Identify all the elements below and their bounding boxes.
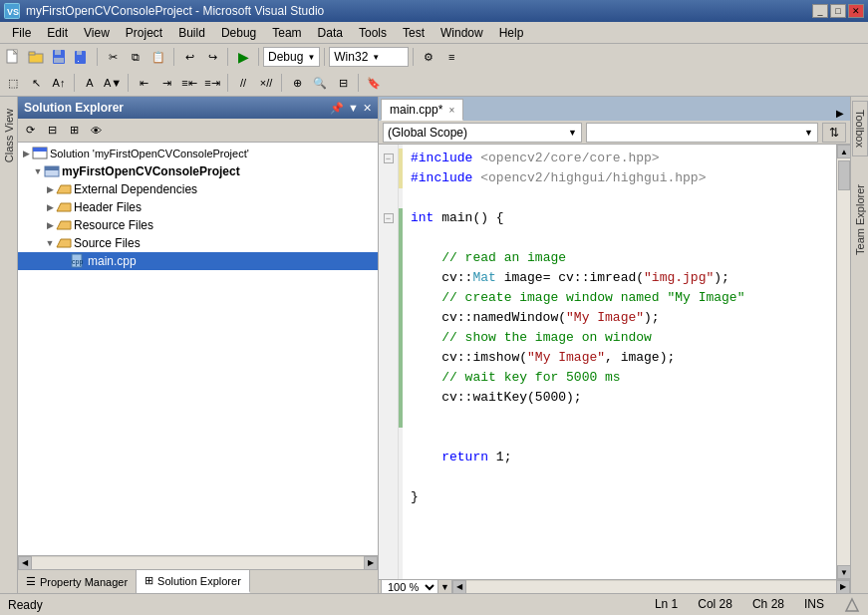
copy-button[interactable]: ⧉ bbox=[125, 46, 146, 68]
bookmark-btn[interactable]: 🔖 bbox=[363, 72, 385, 94]
debug-dropdown[interactable]: Debug ▼ bbox=[263, 47, 320, 67]
menu-project[interactable]: Project bbox=[118, 24, 170, 42]
source-files-node[interactable]: ▼ Source Files bbox=[18, 234, 378, 252]
start-button[interactable]: ▶ bbox=[232, 46, 254, 68]
h-scroll-right-editor[interactable]: ▶ bbox=[836, 580, 850, 594]
new-file-button[interactable] bbox=[2, 46, 24, 68]
svg-rect-5 bbox=[29, 52, 35, 55]
svg-rect-8 bbox=[54, 58, 64, 63]
editor-tab-scroll-right[interactable]: ▶ bbox=[832, 106, 848, 121]
open-button[interactable] bbox=[25, 46, 47, 68]
extra-btn-2[interactable]: ≡ bbox=[440, 46, 462, 68]
se-collapse-btn[interactable]: ⊟ bbox=[42, 121, 62, 141]
panel-dropdown-button[interactable]: ▼ bbox=[348, 102, 359, 114]
resource-files-node[interactable]: ▶ Resource Files bbox=[18, 216, 378, 234]
v-scroll-track[interactable] bbox=[837, 158, 850, 565]
menu-debug[interactable]: Debug bbox=[213, 24, 264, 42]
solution-node[interactable]: ▶ Solution 'myFirstOpenCVConsoleProject' bbox=[18, 145, 378, 162]
v-scroll-up[interactable]: ▲ bbox=[837, 145, 850, 158]
collapse-marker-2[interactable]: − bbox=[379, 208, 398, 228]
editor-tab-close-button[interactable]: × bbox=[448, 105, 454, 116]
main-cpp-node[interactable]: ▶ cpp main.cpp bbox=[18, 252, 378, 270]
menu-tools[interactable]: Tools bbox=[351, 24, 395, 42]
collapse-marker-1[interactable]: − bbox=[379, 149, 398, 168]
external-dependencies-node[interactable]: ▶ External Dependencies bbox=[18, 180, 378, 198]
h-scroll-right[interactable]: ▶ bbox=[364, 556, 378, 570]
save-all-button[interactable] bbox=[71, 46, 93, 68]
project-node[interactable]: ▼ myFirstOpenCVConsoleProject bbox=[18, 162, 378, 180]
v-scroll-thumb[interactable] bbox=[838, 160, 850, 190]
class-view-tab[interactable]: Class View bbox=[1, 101, 17, 170]
browse-btn3[interactable]: ⊟ bbox=[332, 72, 354, 94]
indent-decrease[interactable]: ⇤ bbox=[133, 72, 154, 94]
comment-add[interactable]: // bbox=[232, 72, 254, 94]
platform-dropdown-arrow: ▼ bbox=[372, 53, 380, 62]
team-explorer-tab[interactable]: Team Explorer bbox=[852, 176, 868, 263]
ext-dep-expand-icon[interactable]: ▶ bbox=[44, 183, 56, 195]
menu-file[interactable]: File bbox=[4, 24, 39, 42]
editor-h-scroll-track[interactable] bbox=[466, 581, 836, 593]
editor-tab-main-cpp[interactable]: main.cpp* × bbox=[381, 99, 463, 121]
menu-edit[interactable]: Edit bbox=[39, 24, 76, 42]
h-scroll-left-editor[interactable]: ◀ bbox=[452, 580, 466, 594]
extra-btn-1[interactable]: ⚙ bbox=[418, 46, 439, 68]
scope-sync-button[interactable]: ⇅ bbox=[822, 123, 846, 143]
v-scroll-down[interactable]: ▼ bbox=[837, 565, 850, 579]
solution-explorer-bottom-tab[interactable]: ⊞ Solution Explorer bbox=[137, 570, 250, 593]
toolbox-tab[interactable]: Toolbox bbox=[852, 102, 868, 155]
zoom-dropdown-arrow[interactable]: ▼ bbox=[440, 582, 449, 592]
redo-button[interactable]: ↪ bbox=[201, 46, 223, 68]
paste-button[interactable]: 📋 bbox=[147, 46, 169, 68]
browse-btn1[interactable]: ⊕ bbox=[286, 72, 308, 94]
menu-test[interactable]: Test bbox=[395, 24, 433, 42]
scope-dropdown-right[interactable]: ▼ bbox=[586, 123, 818, 143]
menu-window[interactable]: Window bbox=[433, 24, 491, 42]
se-properties-btn[interactable]: ⊞ bbox=[64, 121, 84, 141]
comment-remove[interactable]: ×// bbox=[255, 72, 277, 94]
code-editor[interactable]: #include <opencv2/core/core.hpp> #includ… bbox=[403, 145, 836, 579]
maximize-button[interactable]: □ bbox=[830, 4, 846, 18]
editor-v-scrollbar[interactable]: ▲ ▼ bbox=[836, 145, 850, 579]
resource-expand-icon[interactable]: ▶ bbox=[44, 219, 56, 231]
menu-build[interactable]: Build bbox=[170, 24, 213, 42]
tb2-btn4[interactable]: A bbox=[79, 72, 101, 94]
minimize-button[interactable]: _ bbox=[812, 4, 828, 18]
pointer-btn[interactable]: ↖ bbox=[25, 72, 47, 94]
tb2-btn5[interactable]: A▼ bbox=[102, 72, 124, 94]
panel-close-button[interactable]: ✕ bbox=[363, 102, 372, 115]
menu-view[interactable]: View bbox=[76, 24, 118, 42]
se-show-all-btn[interactable]: 👁 bbox=[86, 121, 106, 141]
solution-h-scrollbar[interactable]: ◀ ▶ bbox=[18, 555, 378, 569]
close-button[interactable]: ✕ bbox=[848, 4, 864, 18]
scope-dropdown[interactable]: (Global Scope) ▼ bbox=[383, 123, 582, 143]
indent-increase[interactable]: ⇥ bbox=[155, 72, 177, 94]
header-files-node[interactable]: ▶ Header Files bbox=[18, 198, 378, 216]
indent-btn4[interactable]: ≡⇥ bbox=[201, 72, 223, 94]
editor-bottom-bar: 100 % 75 % 150 % ▼ ◀ ▶ bbox=[379, 579, 850, 593]
zoom-dropdown[interactable]: 100 % 75 % 150 % bbox=[381, 579, 438, 594]
header-expand-icon[interactable]: ▶ bbox=[44, 201, 56, 213]
window-controls[interactable]: _ □ ✕ bbox=[812, 4, 864, 18]
tb2-btn3[interactable]: A↑ bbox=[48, 72, 70, 94]
h-scroll-left[interactable]: ◀ bbox=[18, 556, 32, 570]
browse-btn2[interactable]: 🔍 bbox=[309, 72, 331, 94]
menu-data[interactable]: Data bbox=[310, 24, 351, 42]
project-expand-icon[interactable]: ▼ bbox=[32, 165, 44, 177]
property-manager-tab[interactable]: ☰ Property Manager bbox=[18, 570, 137, 593]
cut-button[interactable]: ✂ bbox=[102, 46, 124, 68]
toolbar-sep-8 bbox=[128, 74, 129, 92]
undo-button[interactable]: ↩ bbox=[178, 46, 200, 68]
select-btn[interactable]: ⬚ bbox=[2, 72, 24, 94]
h-scroll-track[interactable] bbox=[32, 557, 364, 569]
menu-help[interactable]: Help bbox=[491, 24, 532, 42]
indent-btn3[interactable]: ≡⇤ bbox=[178, 72, 200, 94]
save-button[interactable] bbox=[48, 46, 70, 68]
platform-dropdown[interactable]: Win32 ▼ bbox=[329, 47, 409, 67]
menu-bar: File Edit View Project Build Debug Team … bbox=[0, 22, 868, 44]
se-refresh-btn[interactable]: ⟳ bbox=[20, 121, 40, 141]
pin-button[interactable]: 📌 bbox=[330, 102, 344, 115]
menu-team[interactable]: Team bbox=[264, 24, 309, 42]
source-expand-icon[interactable]: ▼ bbox=[44, 237, 56, 249]
solution-expand-icon[interactable]: ▶ bbox=[20, 148, 32, 159]
zoom-control[interactable]: 100 % 75 % 150 % ▼ bbox=[379, 580, 452, 593]
